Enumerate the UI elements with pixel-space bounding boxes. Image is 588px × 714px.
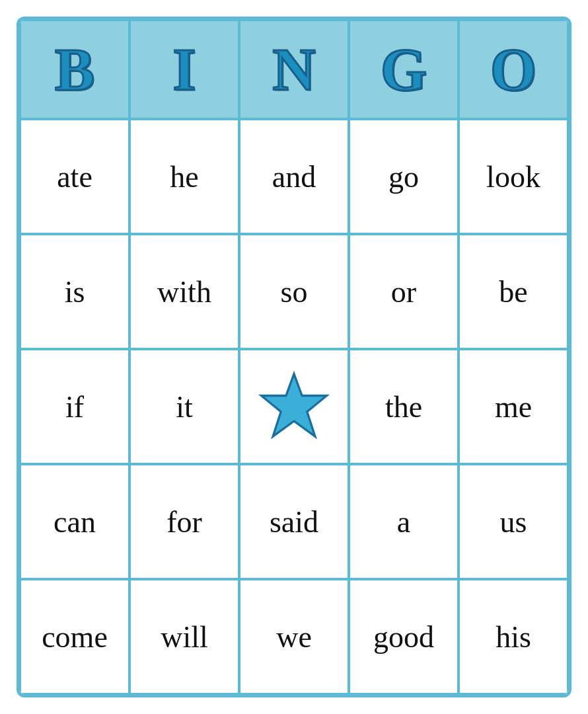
header-i: I — [129, 20, 239, 119]
word-us: us — [500, 504, 527, 539]
cell-r2c4[interactable]: or — [349, 234, 459, 349]
cell-r1c4[interactable]: go — [349, 119, 459, 234]
cell-r3c1[interactable]: if — [20, 349, 129, 464]
star-icon — [258, 370, 330, 443]
letter-n: N — [273, 36, 316, 104]
word-a: a — [397, 504, 410, 539]
letter-g: G — [381, 36, 427, 104]
cell-r1c5[interactable]: look — [459, 119, 568, 234]
word-it: it — [176, 389, 193, 424]
cell-r5c3[interactable]: we — [239, 579, 349, 694]
svg-marker-0 — [262, 374, 327, 437]
cell-r2c5[interactable]: be — [459, 234, 568, 349]
cell-r4c1[interactable]: can — [20, 464, 129, 579]
bingo-card: B I N G O ate he and go look is with so … — [17, 17, 571, 697]
word-will: will — [161, 619, 208, 654]
cell-r4c5[interactable]: us — [459, 464, 568, 579]
cell-r1c3[interactable]: and — [239, 119, 349, 234]
header-g: G — [349, 20, 459, 119]
word-if: if — [65, 389, 84, 424]
cell-r4c3[interactable]: said — [239, 464, 349, 579]
header-o: O — [459, 20, 568, 119]
word-can: can — [54, 504, 96, 539]
word-go: go — [388, 159, 419, 194]
word-said: said — [270, 504, 318, 539]
word-he: he — [170, 159, 198, 194]
cell-r3c2[interactable]: it — [129, 349, 239, 464]
cell-r3c5[interactable]: me — [459, 349, 568, 464]
letter-o: O — [490, 36, 536, 104]
word-is: is — [65, 274, 85, 309]
word-we: we — [276, 619, 312, 654]
cell-r4c4[interactable]: a — [349, 464, 459, 579]
cell-r5c4[interactable]: good — [349, 579, 459, 694]
word-me: me — [495, 389, 532, 424]
cell-r2c3[interactable]: so — [239, 234, 349, 349]
letter-i: I — [172, 36, 196, 104]
cell-r3c4[interactable]: the — [349, 349, 459, 464]
word-with: with — [157, 274, 211, 309]
word-and: and — [272, 159, 316, 194]
header-b: B — [20, 20, 129, 119]
cell-r2c2[interactable]: with — [129, 234, 239, 349]
cell-r5c5[interactable]: his — [459, 579, 568, 694]
word-be: be — [499, 274, 527, 309]
word-ate: ate — [57, 159, 92, 194]
cell-r2c1[interactable]: is — [20, 234, 129, 349]
word-for: for — [166, 504, 202, 539]
word-the: the — [385, 389, 422, 424]
header-n: N — [239, 20, 349, 119]
cell-r4c2[interactable]: for — [129, 464, 239, 579]
word-good: good — [373, 619, 434, 654]
cell-free[interactable] — [239, 349, 349, 464]
cell-r1c2[interactable]: he — [129, 119, 239, 234]
cell-r5c2[interactable]: will — [129, 579, 239, 694]
word-so: so — [281, 274, 308, 309]
word-look: look — [486, 159, 540, 194]
cell-r1c1[interactable]: ate — [20, 119, 129, 234]
word-his: his — [496, 619, 531, 654]
word-or: or — [391, 274, 416, 309]
letter-b: B — [55, 36, 94, 104]
cell-r5c1[interactable]: come — [20, 579, 129, 694]
word-come: come — [42, 619, 108, 654]
